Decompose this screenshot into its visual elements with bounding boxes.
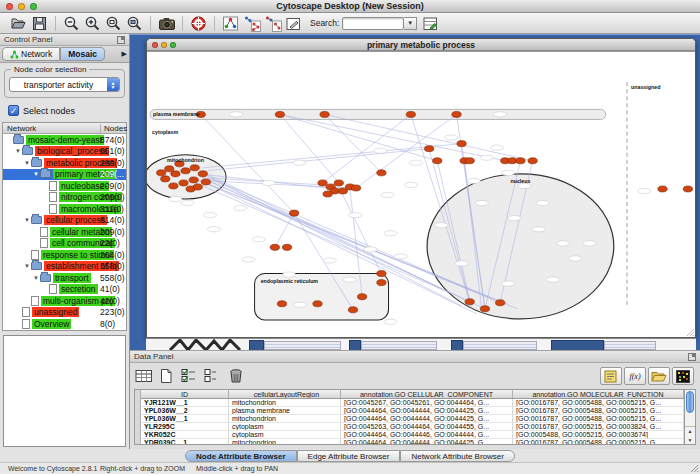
tree-row[interactable]: multi-organism pro42(0) [3,295,126,307]
table-cell[interactable]: [GO:0016787, GO:0005488, GO:0005215, G..… [513,415,684,422]
tree-row[interactable]: nitrogen compo209(0) [3,192,126,204]
region-plasma-membrane[interactable] [150,109,606,119]
network-node[interactable] [189,177,198,183]
expand-triangle-icon[interactable]: ▼ [32,171,40,177]
tree-row[interactable]: Overview8(0) [3,318,126,330]
table-row[interactable]: YDR039C__1mitochondrion[GO:0044464, GO:0… [141,439,684,444]
table-cell[interactable]: [GO:0044464, GO:0044444, GO:0044425, G..… [341,415,513,422]
network-edge[interactable] [201,171,442,289]
network-node[interactable] [516,158,525,164]
network-node[interactable] [201,179,210,185]
delete-attribute-icon[interactable] [226,366,246,386]
network-snapshot-icon[interactable] [157,14,176,33]
table-row[interactable]: YPL036W__2plasma membrane[GO:0044464, GO… [141,407,684,415]
tree-row[interactable]: mosaic-demo-yeast874(0) [3,134,126,146]
zoom-selected-icon[interactable] [125,14,144,33]
network-edge[interactable] [280,114,437,160]
table-row[interactable]: YLR295Ccytoplasm[GO:0045263, GO:0044464,… [141,423,684,431]
attribute-browser-icon[interactable] [421,14,440,33]
network-node[interactable] [277,301,286,307]
float-panel-icon[interactable] [688,353,696,361]
table-cell[interactable]: YJR121W__1 [141,399,229,406]
canvas-resize-grip[interactable] [687,329,694,336]
network-node[interactable] [169,183,178,189]
table-row[interactable]: YJR121W__1mitochondrion[GO:0045267, GO:0… [141,399,684,407]
table-cell[interactable]: [GO:0045267, GO:0045261, GO:0044464, G..… [341,399,513,406]
tab-network-attribute-browser[interactable]: Network Attribute Browser [400,450,514,462]
search-input[interactable] [342,17,404,30]
network-node[interactable] [424,146,433,152]
network-node[interactable] [171,171,180,177]
network-node[interactable] [289,210,298,216]
tree-row[interactable]: ▼biological_process651(0) [3,146,126,158]
tree-row[interactable]: ▼transport558(0) [3,272,126,284]
search-options-dropdown[interactable]: ▼ [404,17,417,30]
network-node[interactable] [480,306,489,312]
network-node[interactable] [452,111,461,117]
zoom-out-icon[interactable] [62,14,81,33]
network-node[interactable] [528,158,537,164]
birdseye-view[interactable] [3,335,126,447]
expand-triangle-icon[interactable]: ▼ [23,160,31,166]
network-node[interactable] [357,294,366,300]
network-node[interactable] [406,111,415,117]
table-cell[interactable]: [GO:0016787, GO:0005488, GO:0005215, G..… [513,399,684,406]
select-nodes-checkbox[interactable]: ✓ [8,105,19,116]
network-node[interactable] [320,111,329,117]
open-file-icon[interactable] [9,14,28,33]
tree-row[interactable]: ▼establishment of lo558(0) [3,261,126,273]
table-cell[interactable]: [GO:0045263, GO:0044464, GO:0044455, G..… [341,423,513,430]
tab-network[interactable]: Network [2,47,60,61]
network-node[interactable] [161,176,170,182]
table-cell[interactable]: YPL036W__1 [141,415,229,422]
table-cell[interactable]: [GO:0005488, GO:0005215, GO:0003674] [513,431,684,438]
save-session-icon[interactable] [30,14,49,33]
float-panel-icon[interactable] [117,36,125,44]
network-node[interactable] [181,168,190,174]
col-cellular-component[interactable]: annotation.GO CELLULAR_COMPONENT [341,390,513,398]
merge-networks-icon[interactable] [242,14,261,33]
expand-triangle-icon[interactable]: ▼ [23,217,31,223]
attribute-table-header[interactable]: ID _cellularLayoutRegion annotation.GO C… [141,390,684,399]
network-canvas[interactable]: plasma membranecytoplasmmitochondrionnuc… [147,51,695,337]
table-cell[interactable]: YDR039C__1 [141,439,229,444]
table-cell[interactable]: YLR295C [141,423,229,430]
network-node[interactable] [495,300,504,306]
expand-triangle-icon[interactable]: ▼ [32,275,40,281]
network-node[interactable] [348,307,357,313]
layout-icon[interactable] [221,14,240,33]
table-cell[interactable]: [GO:0016787, GO:0005215, GO:0003824, G..… [513,423,684,430]
new-attribute-icon[interactable] [156,366,176,386]
expand-triangle-icon[interactable]: ▼ [14,148,22,154]
network-edge[interactable] [356,114,456,188]
table-cell[interactable]: [GO:0016787, GO:0005488, GO:0005215, G..… [513,439,684,444]
network-node[interactable] [282,244,291,250]
attribute-editor-icon[interactable] [600,367,622,385]
table-cell[interactable]: cytoplasm [229,431,341,438]
tree-row[interactable]: ▼primary metabo209(... [3,169,126,181]
unselect-attributes-icon[interactable] [200,366,220,386]
select-attributes-icon[interactable] [178,366,198,386]
network-node[interactable] [683,186,692,192]
table-cell[interactable]: [GO:0044464, GO:0044446, GO:0044444, G..… [341,431,513,438]
network-node[interactable] [198,171,207,177]
table-cell[interactable]: [GO:0016787, GO:0005488, GO:0005215, G..… [513,407,684,414]
network-node[interactable] [465,158,474,164]
network-node[interactable] [318,180,327,186]
network-edge[interactable] [339,187,382,274]
zoom-in-icon[interactable] [83,14,102,33]
network-node[interactable] [323,191,332,197]
tree-row[interactable]: secretion41(0) [3,284,126,296]
table-cell[interactable]: mitochondrion [229,439,341,444]
help-icon[interactable] [189,14,208,33]
tree-row[interactable]: unassigned223(0) [3,307,126,319]
tree-row[interactable]: ▼metabolic process280(0) [3,157,126,169]
table-cell[interactable]: YPL036W__2 [141,407,229,414]
tree-row[interactable]: macromolecule311(0) [3,203,126,215]
table-row[interactable]: YPL036W__1mitochondrion[GO:0044464, GO:0… [141,415,684,423]
network-node[interactable] [270,244,279,250]
network-node[interactable] [457,141,466,147]
table-row[interactable]: YKR052Ccytoplasm[GO:0044464, GO:0044446,… [141,431,684,439]
tree-row[interactable]: response to stimul264(0) [3,249,126,261]
tab-mosaic[interactable]: Mosaic [60,47,105,61]
